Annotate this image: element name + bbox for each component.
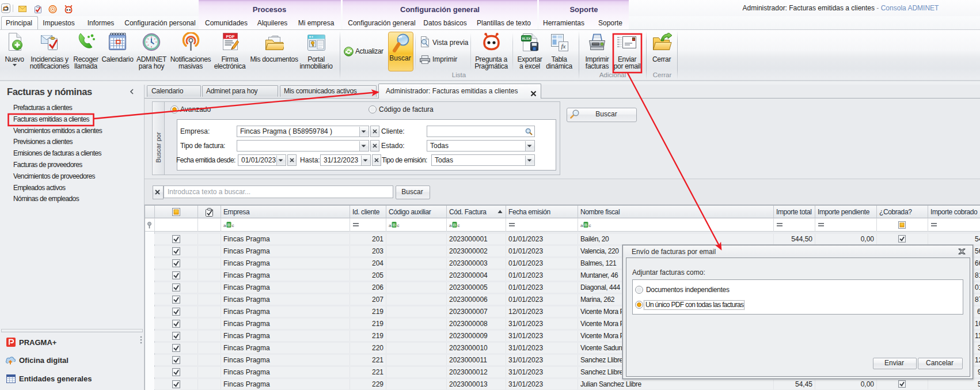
svg-text:c: c bbox=[458, 223, 460, 228]
svg-text:B: B bbox=[453, 222, 456, 228]
svg-text:a: a bbox=[389, 223, 392, 228]
svg-text:c: c bbox=[589, 223, 591, 228]
svg-text:a: a bbox=[449, 223, 452, 228]
svg-text:B: B bbox=[227, 222, 230, 228]
svg-text:c: c bbox=[397, 223, 400, 228]
svg-text:fx: fx bbox=[561, 43, 566, 50]
svg-text:B: B bbox=[393, 222, 396, 228]
svg-text:a: a bbox=[580, 223, 583, 228]
svg-text:XLSX: XLSX bbox=[522, 37, 531, 40]
svg-text:PDF: PDF bbox=[226, 34, 235, 39]
svg-text:a: a bbox=[223, 223, 226, 228]
svg-text:B: B bbox=[584, 222, 587, 228]
svg-text:c: c bbox=[232, 223, 234, 228]
